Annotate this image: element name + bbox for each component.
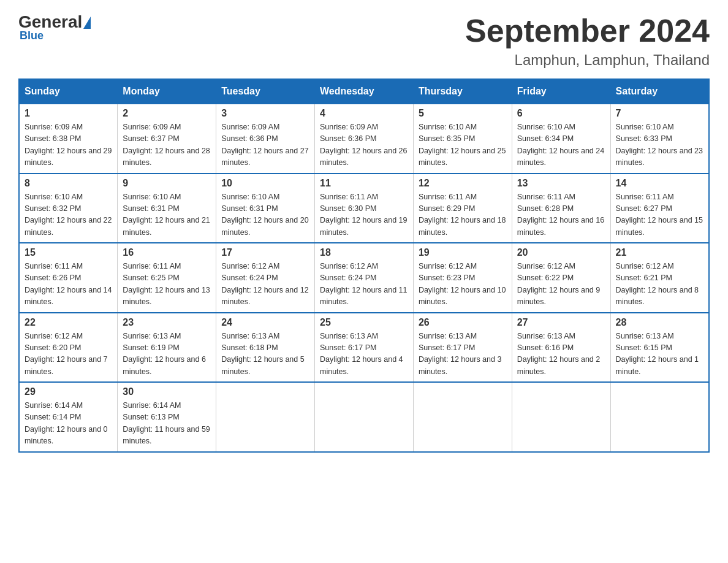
day-number: 22 (25, 317, 112, 328)
day-number: 18 (320, 247, 408, 258)
day-info: Sunrise: 6:13 AMSunset: 6:15 PMDaylight:… (616, 331, 703, 378)
day-number: 26 (419, 317, 507, 328)
table-row (216, 382, 315, 452)
col-sunday: Sunday (19, 79, 118, 104)
day-info: Sunrise: 6:14 AMSunset: 6:13 PMDaylight:… (123, 400, 211, 448)
day-number: 12 (419, 178, 507, 189)
table-row: 29Sunrise: 6:14 AMSunset: 6:14 PMDayligh… (19, 382, 118, 452)
day-info: Sunrise: 6:11 AMSunset: 6:30 PMDaylight:… (320, 191, 408, 239)
table-row: 22Sunrise: 6:12 AMSunset: 6:20 PMDayligh… (19, 313, 118, 383)
table-row: 17Sunrise: 6:12 AMSunset: 6:24 PMDayligh… (216, 243, 315, 313)
day-number: 20 (517, 247, 605, 258)
day-number: 19 (419, 247, 507, 258)
table-row: 2Sunrise: 6:09 AMSunset: 6:37 PMDaylight… (118, 104, 216, 174)
day-info: Sunrise: 6:12 AMSunset: 6:20 PMDaylight:… (25, 331, 112, 378)
day-info: Sunrise: 6:12 AMSunset: 6:21 PMDaylight:… (616, 261, 703, 308)
title-block: September 2024 Lamphun, Lamphun, Thailan… (465, 12, 710, 69)
day-number: 8 (25, 178, 112, 189)
day-number: 6 (517, 108, 605, 119)
col-wednesday: Wednesday (315, 79, 414, 104)
day-number: 16 (123, 247, 211, 258)
calendar-title: September 2024 (465, 12, 710, 49)
table-row: 25Sunrise: 6:13 AMSunset: 6:17 PMDayligh… (315, 313, 414, 383)
table-row: 5Sunrise: 6:10 AMSunset: 6:35 PMDaylight… (413, 104, 512, 174)
day-info: Sunrise: 6:12 AMSunset: 6:22 PMDaylight:… (517, 261, 605, 308)
table-row: 12Sunrise: 6:11 AMSunset: 6:29 PMDayligh… (413, 174, 512, 243)
day-info: Sunrise: 6:09 AMSunset: 6:38 PMDaylight:… (25, 121, 112, 169)
col-saturday: Saturday (610, 79, 709, 104)
calendar-week-row: 15Sunrise: 6:11 AMSunset: 6:26 PMDayligh… (19, 243, 709, 313)
table-row: 24Sunrise: 6:13 AMSunset: 6:18 PMDayligh… (216, 313, 315, 383)
day-info: Sunrise: 6:11 AMSunset: 6:25 PMDaylight:… (123, 261, 211, 308)
day-number: 21 (616, 247, 703, 258)
table-row: 23Sunrise: 6:13 AMSunset: 6:19 PMDayligh… (118, 313, 216, 383)
table-row: 6Sunrise: 6:10 AMSunset: 6:34 PMDaylight… (512, 104, 610, 174)
col-tuesday: Tuesday (216, 79, 315, 104)
day-number: 23 (123, 317, 211, 328)
calendar-subtitle: Lamphun, Lamphun, Thailand (465, 52, 710, 69)
table-row: 20Sunrise: 6:12 AMSunset: 6:22 PMDayligh… (512, 243, 610, 313)
table-row: 14Sunrise: 6:11 AMSunset: 6:27 PMDayligh… (610, 174, 709, 243)
day-info: Sunrise: 6:11 AMSunset: 6:29 PMDaylight:… (419, 191, 507, 239)
calendar-week-row: 29Sunrise: 6:14 AMSunset: 6:14 PMDayligh… (19, 382, 709, 452)
day-number: 5 (419, 108, 507, 119)
table-row: 7Sunrise: 6:10 AMSunset: 6:33 PMDaylight… (610, 104, 709, 174)
day-info: Sunrise: 6:10 AMSunset: 6:33 PMDaylight:… (616, 121, 703, 169)
day-info: Sunrise: 6:10 AMSunset: 6:31 PMDaylight:… (221, 191, 309, 239)
calendar-week-row: 1Sunrise: 6:09 AMSunset: 6:38 PMDaylight… (19, 104, 709, 174)
page-header: General Blue September 2024 Lamphun, Lam… (18, 12, 710, 69)
day-number: 4 (320, 108, 408, 119)
day-info: Sunrise: 6:12 AMSunset: 6:23 PMDaylight:… (419, 261, 507, 308)
day-number: 14 (616, 178, 703, 189)
day-info: Sunrise: 6:11 AMSunset: 6:26 PMDaylight:… (25, 261, 112, 308)
day-info: Sunrise: 6:10 AMSunset: 6:31 PMDaylight:… (123, 191, 211, 239)
table-row: 21Sunrise: 6:12 AMSunset: 6:21 PMDayligh… (610, 243, 709, 313)
day-info: Sunrise: 6:13 AMSunset: 6:17 PMDaylight:… (419, 331, 507, 378)
table-row: 13Sunrise: 6:11 AMSunset: 6:28 PMDayligh… (512, 174, 610, 243)
day-info: Sunrise: 6:11 AMSunset: 6:27 PMDaylight:… (616, 191, 703, 239)
day-info: Sunrise: 6:10 AMSunset: 6:35 PMDaylight:… (419, 121, 507, 169)
day-number: 24 (221, 317, 309, 328)
logo-blue-label: Blue (20, 29, 44, 42)
day-info: Sunrise: 6:09 AMSunset: 6:36 PMDaylight:… (320, 121, 408, 169)
day-number: 9 (123, 178, 211, 189)
day-number: 11 (320, 178, 408, 189)
table-row: 11Sunrise: 6:11 AMSunset: 6:30 PMDayligh… (315, 174, 414, 243)
table-row: 8Sunrise: 6:10 AMSunset: 6:32 PMDaylight… (19, 174, 118, 243)
table-row: 1Sunrise: 6:09 AMSunset: 6:38 PMDaylight… (19, 104, 118, 174)
day-number: 17 (221, 247, 309, 258)
day-number: 2 (123, 108, 211, 119)
table-row: 4Sunrise: 6:09 AMSunset: 6:36 PMDaylight… (315, 104, 414, 174)
table-row: 19Sunrise: 6:12 AMSunset: 6:23 PMDayligh… (413, 243, 512, 313)
day-number: 28 (616, 317, 703, 328)
table-row: 9Sunrise: 6:10 AMSunset: 6:31 PMDaylight… (118, 174, 216, 243)
day-number: 1 (25, 108, 112, 119)
table-row: 28Sunrise: 6:13 AMSunset: 6:15 PMDayligh… (610, 313, 709, 383)
calendar-table: Sunday Monday Tuesday Wednesday Thursday… (18, 79, 710, 453)
day-info: Sunrise: 6:11 AMSunset: 6:28 PMDaylight:… (517, 191, 605, 239)
logo: General Blue (18, 12, 91, 42)
table-row (512, 382, 610, 452)
day-number: 13 (517, 178, 605, 189)
day-info: Sunrise: 6:12 AMSunset: 6:24 PMDaylight:… (221, 261, 309, 308)
table-row (413, 382, 512, 452)
day-number: 29 (25, 386, 112, 397)
day-info: Sunrise: 6:12 AMSunset: 6:24 PMDaylight:… (320, 261, 408, 308)
table-row: 18Sunrise: 6:12 AMSunset: 6:24 PMDayligh… (315, 243, 414, 313)
table-row: 16Sunrise: 6:11 AMSunset: 6:25 PMDayligh… (118, 243, 216, 313)
day-number: 7 (616, 108, 703, 119)
day-info: Sunrise: 6:10 AMSunset: 6:34 PMDaylight:… (517, 121, 605, 169)
table-row: 3Sunrise: 6:09 AMSunset: 6:36 PMDaylight… (216, 104, 315, 174)
table-row: 30Sunrise: 6:14 AMSunset: 6:13 PMDayligh… (118, 382, 216, 452)
day-info: Sunrise: 6:13 AMSunset: 6:18 PMDaylight:… (221, 331, 309, 378)
logo-triangle-icon (83, 17, 91, 29)
table-row: 26Sunrise: 6:13 AMSunset: 6:17 PMDayligh… (413, 313, 512, 383)
col-thursday: Thursday (413, 79, 512, 104)
calendar-week-row: 22Sunrise: 6:12 AMSunset: 6:20 PMDayligh… (19, 313, 709, 383)
day-number: 15 (25, 247, 112, 258)
col-monday: Monday (118, 79, 216, 104)
day-info: Sunrise: 6:13 AMSunset: 6:17 PMDaylight:… (320, 331, 408, 378)
day-info: Sunrise: 6:14 AMSunset: 6:14 PMDaylight:… (25, 400, 112, 448)
day-number: 30 (123, 386, 211, 397)
day-number: 25 (320, 317, 408, 328)
